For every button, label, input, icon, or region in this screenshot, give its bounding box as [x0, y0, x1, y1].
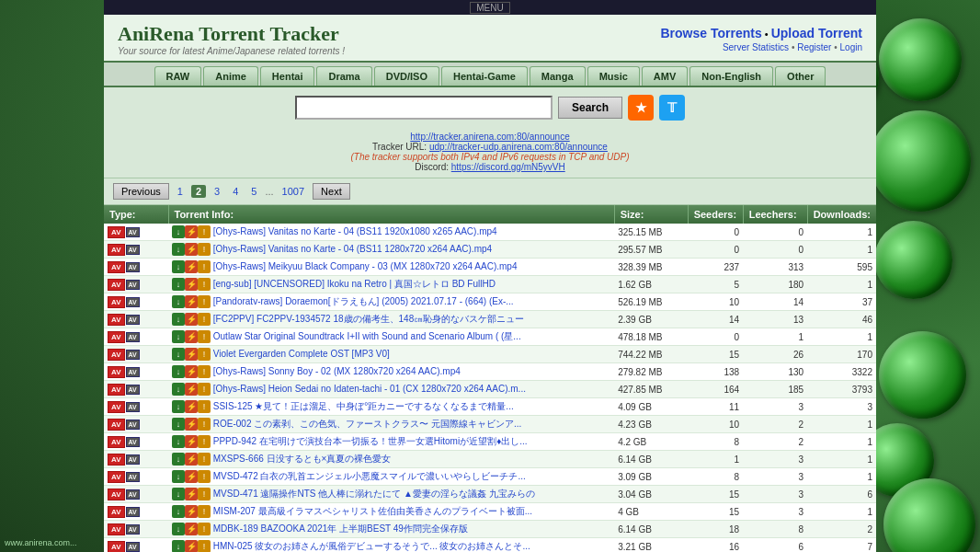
page-link-1[interactable]: 1 — [173, 185, 188, 198]
magnet-icon[interactable]: ⚡ — [185, 540, 198, 552]
magnet-icon[interactable]: ⚡ — [185, 453, 198, 466]
magnet-icon[interactable]: ⚡ — [185, 313, 198, 326]
warn-icon[interactable]: ! — [198, 243, 211, 256]
download-icon[interactable]: ↓ — [172, 470, 185, 483]
download-icon[interactable]: ↓ — [172, 278, 185, 291]
tracker-udp-link[interactable]: udp://tracker-udp.anirena.com:80/announc… — [429, 142, 608, 152]
magnet-icon[interactable]: ⚡ — [185, 523, 198, 535]
warn-icon[interactable]: ! — [198, 400, 211, 413]
warn-icon[interactable]: ! — [198, 435, 211, 448]
download-icon[interactable]: ↓ — [172, 540, 185, 552]
warn-icon[interactable]: ! — [198, 488, 211, 500]
magnet-icon[interactable]: ⚡ — [185, 488, 198, 500]
torrent-link[interactable]: HMN-025 彼女のお姉さんが風俗デビューするそうで... 彼女のお姉さんとそ… — [213, 541, 530, 551]
magnet-icon[interactable]: ⚡ — [185, 400, 198, 413]
torrent-link[interactable]: MVSD-471 遠隔操作NTS 他人棒に溺れたにて ▲愛妻の淫らな議姦 九宝み… — [213, 489, 535, 499]
download-icon[interactable]: ↓ — [172, 488, 185, 500]
discord-link[interactable]: https://discord.gg/mN5yvVH — [451, 162, 565, 172]
download-icon[interactable]: ↓ — [172, 400, 185, 413]
torrent-link[interactable]: Outlaw Star Original Soundtrack I+II wit… — [213, 331, 521, 341]
warn-icon[interactable]: ! — [198, 418, 211, 431]
torrent-link[interactable]: [Ohys-Raws] Sonny Boy - 02 (MX 1280x720 … — [213, 366, 461, 376]
login-link[interactable]: Login — [840, 42, 862, 52]
torrent-link[interactable]: [Pandoratv-raws] Doraemon[ドラえもん] (2005) … — [213, 296, 514, 306]
warn-icon[interactable]: ! — [198, 505, 211, 518]
download-icon[interactable]: ↓ — [172, 383, 185, 396]
torrent-link[interactable]: MVSD-472 白衣の乳首エンジェル小悪魔スマイルで濃いいやらしビーチチ... — [213, 471, 526, 481]
download-icon[interactable]: ↓ — [172, 505, 185, 518]
page-total[interactable]: 1007 — [278, 185, 309, 198]
magnet-icon[interactable]: ⚡ — [185, 383, 198, 396]
download-icon[interactable]: ↓ — [172, 523, 185, 535]
cat-tab-other[interactable]: Other — [775, 66, 826, 86]
download-icon[interactable]: ↓ — [172, 225, 185, 238]
rss-icon[interactable]: ★ — [628, 95, 654, 121]
download-icon[interactable]: ↓ — [172, 260, 185, 273]
cat-tab-drama[interactable]: Drama — [316, 66, 371, 86]
cat-tab-music[interactable]: Music — [587, 66, 640, 86]
download-icon[interactable]: ↓ — [172, 435, 185, 448]
page-link-5[interactable]: 5 — [246, 185, 261, 198]
warn-icon[interactable]: ! — [198, 295, 211, 308]
torrent-link[interactable]: [Ohys-Raws] Vanitas no Karte - 04 (BS11 … — [213, 244, 492, 254]
magnet-icon[interactable]: ⚡ — [185, 418, 198, 431]
download-icon[interactable]: ↓ — [172, 295, 185, 308]
torrent-link[interactable]: SSIS-125 ★見て！正は溜足、中身ぼ°距カニーでするなくなるまで精量... — [213, 401, 514, 411]
cat-tab-hentai-game[interactable]: Hentai-Game — [441, 66, 528, 86]
server-stats-link[interactable]: Server Statistics — [723, 42, 789, 52]
browse-torrents-link[interactable]: Browse Torrents — [661, 26, 762, 40]
warn-icon[interactable]: ! — [198, 278, 211, 291]
page-link-3[interactable]: 3 — [210, 185, 224, 198]
magnet-icon[interactable]: ⚡ — [185, 295, 198, 308]
warn-icon[interactable]: ! — [198, 523, 211, 535]
download-icon[interactable]: ↓ — [172, 313, 185, 326]
download-icon[interactable]: ↓ — [172, 365, 185, 378]
torrent-link[interactable]: [Ohys-Raws] Meikyuu Black Company - 03 (… — [213, 261, 518, 271]
warn-icon[interactable]: ! — [198, 225, 211, 238]
magnet-icon[interactable]: ⚡ — [185, 278, 198, 291]
warn-icon[interactable]: ! — [198, 540, 211, 552]
download-icon[interactable]: ↓ — [172, 418, 185, 431]
download-icon[interactable]: ↓ — [172, 243, 185, 256]
warn-icon[interactable]: ! — [198, 330, 211, 343]
cat-tab-amv[interactable]: AMV — [642, 66, 688, 86]
tracker-http-link[interactable]: http://tracker.anirena.com:80/announce — [410, 132, 569, 142]
cat-tab-anime[interactable]: Anime — [203, 66, 258, 86]
torrent-link[interactable]: Violet Evergarden Complete OST [MP3 V0] — [213, 349, 390, 359]
magnet-icon[interactable]: ⚡ — [185, 225, 198, 238]
magnet-icon[interactable]: ⚡ — [185, 260, 198, 273]
magnet-icon[interactable]: ⚡ — [185, 365, 198, 378]
warn-icon[interactable]: ! — [198, 313, 211, 326]
torrent-link[interactable]: [eng-sub] [UNCENSORED] Ikoku na Retro | … — [213, 279, 496, 289]
register-link[interactable]: Register — [797, 42, 831, 52]
search-input[interactable] — [295, 96, 553, 120]
torrent-link[interactable]: PPPD-942 在宅明けで演技台本一切振る！世界一女選Hitomiが近望割♦出… — [213, 436, 528, 446]
torrent-link[interactable]: MXSPS-666 日没するとも×真夏の裸色愛女 — [213, 454, 392, 464]
magnet-icon[interactable]: ⚡ — [185, 505, 198, 518]
warn-icon[interactable]: ! — [198, 383, 211, 396]
page-link-4[interactable]: 4 — [228, 185, 243, 198]
torrent-link[interactable]: [Ohys-Raws] Heion Sedai no Idaten-tachi … — [213, 384, 526, 394]
magnet-icon[interactable]: ⚡ — [185, 330, 198, 343]
download-icon[interactable]: ↓ — [172, 330, 185, 343]
twitter-icon[interactable]: 𝕋 — [659, 95, 685, 121]
cat-tab-dvdiso[interactable]: DVD/ISO — [374, 66, 439, 86]
magnet-icon[interactable]: ⚡ — [185, 470, 198, 483]
download-icon[interactable]: ↓ — [172, 453, 185, 466]
warn-icon[interactable]: ! — [198, 260, 211, 273]
torrent-link[interactable]: MDBK-189 BAZOOKA 2021年 上半期BEST 49作問完全保存版 — [213, 523, 468, 534]
cat-tab-non-english[interactable]: Non-English — [689, 66, 773, 86]
next-page-button[interactable]: Next — [313, 183, 350, 200]
warn-icon[interactable]: ! — [198, 348, 211, 361]
torrent-link[interactable]: [FC2PPV] FC2PPV-1934572 18歳の備考生、148㎝恥身的な… — [213, 314, 524, 324]
prev-page-button[interactable]: Previous — [113, 183, 169, 200]
warn-icon[interactable]: ! — [198, 470, 211, 483]
upload-torrent-link[interactable]: Upload Torrent — [771, 26, 862, 40]
torrent-link[interactable]: MISM-207 最高級イラマスペシャリスト佐伯由美香さんのプライベート被面..… — [213, 506, 532, 516]
torrent-link[interactable]: ROE-002 この素剥、この色気、ファーストクラス〜 元国際線キャビンア... — [213, 419, 522, 429]
torrent-link[interactable]: [Ohys-Raws] Vanitas no Karte - 04 (BS11 … — [213, 226, 497, 236]
search-button[interactable]: Search — [558, 97, 622, 119]
warn-icon[interactable]: ! — [198, 365, 211, 378]
menu-link[interactable]: MENU — [470, 2, 509, 14]
cat-tab-hentai[interactable]: Hentai — [260, 66, 315, 86]
